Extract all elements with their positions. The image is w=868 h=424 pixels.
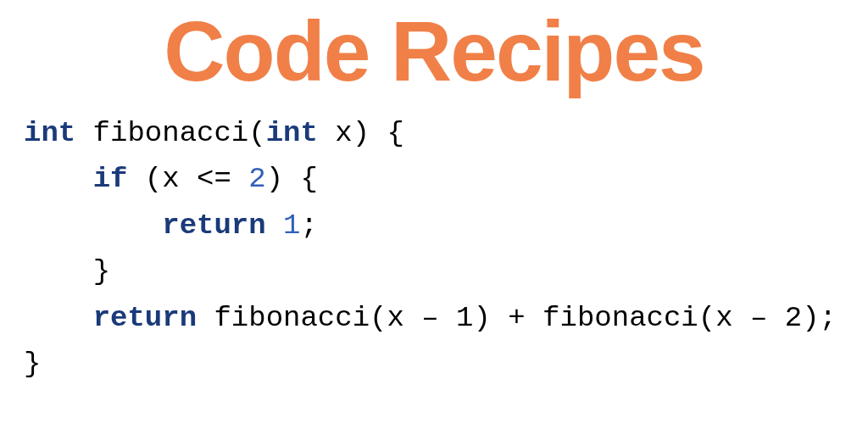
indent bbox=[24, 302, 93, 334]
function-name: fibonacci( bbox=[75, 117, 265, 149]
number-literal: 1 bbox=[283, 209, 300, 242]
indent bbox=[24, 163, 93, 195]
number-literal: 2 bbox=[248, 163, 265, 195]
indent bbox=[24, 255, 93, 287]
brace: } bbox=[24, 348, 41, 380]
keyword-return: return bbox=[93, 302, 197, 334]
keyword-int: int bbox=[24, 117, 75, 149]
code-text: fibonacci(x – 1) + fibonacci(x – 2); bbox=[197, 302, 837, 334]
code-text: x) { bbox=[318, 117, 404, 149]
code-text: (x <= bbox=[127, 163, 248, 195]
code-text: ) { bbox=[266, 163, 318, 195]
indent bbox=[24, 209, 162, 242]
page-title: Code Recipes bbox=[0, 8, 868, 93]
keyword-int-param: int bbox=[266, 117, 318, 149]
code-text bbox=[266, 209, 283, 242]
keyword-return: return bbox=[162, 209, 265, 242]
code-text: ; bbox=[300, 209, 317, 242]
code-snippet: int fibonacci(int x) { if (x <= 2) { ret… bbox=[0, 110, 868, 387]
keyword-if: if bbox=[93, 163, 128, 195]
brace: } bbox=[93, 255, 110, 287]
